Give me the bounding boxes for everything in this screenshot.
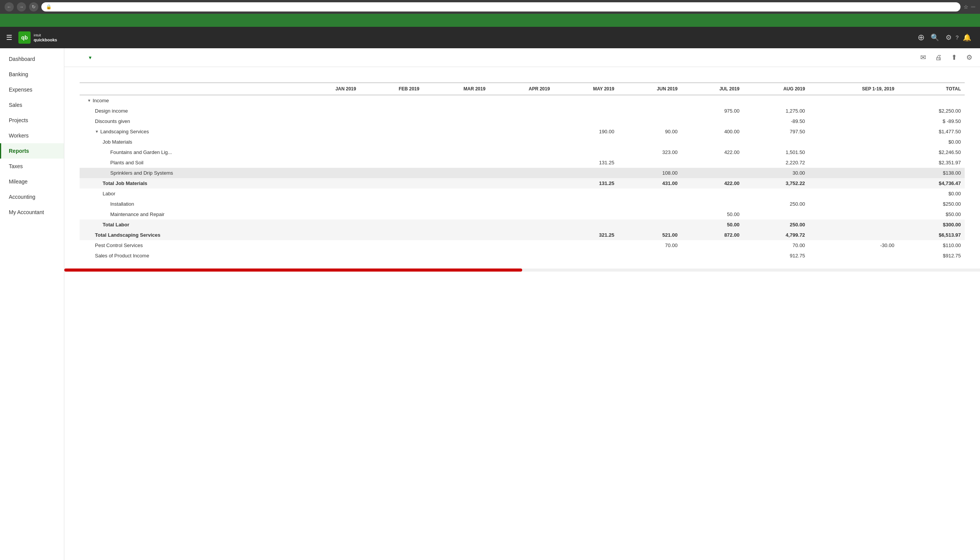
email-icon[interactable]: ✉ [920, 53, 926, 62]
help-button[interactable]: ? [955, 35, 960, 41]
sidebar-item-projects[interactable]: Projects [0, 113, 64, 128]
row-cell: 30.00 [743, 168, 809, 178]
row-cell [423, 220, 489, 230]
row-cell [360, 127, 423, 137]
sidebar-item-taxes[interactable]: Taxes [0, 158, 64, 174]
add-notes-button[interactable] [101, 56, 107, 59]
row-cell [809, 250, 898, 261]
row-cell [809, 106, 898, 116]
table-row: Installation250.00$250.00 [80, 199, 965, 209]
reload-button[interactable]: ↻ [29, 2, 38, 12]
collapse-button[interactable] [72, 56, 78, 59]
sidebar-item-dashboard[interactable]: Dashboard [0, 51, 64, 67]
export-icon[interactable]: ⬆ [951, 53, 957, 62]
sidebar-item-sales[interactable]: Sales [0, 97, 64, 113]
sidebar-item-workers[interactable]: Workers [0, 128, 64, 143]
sidebar-item-reports[interactable]: Reports [0, 143, 64, 158]
row-cell: 1,275.00 [743, 106, 809, 116]
print-icon[interactable]: 🖨 [935, 53, 942, 62]
row-cell: 250.00 [743, 220, 809, 230]
row-cell: 521.00 [618, 230, 681, 240]
row-cell [360, 209, 423, 220]
row-cell [297, 240, 360, 250]
row-cell [553, 95, 618, 106]
row-cell [618, 188, 681, 199]
sidebar-item-mileage[interactable]: Mileage [0, 174, 64, 189]
row-cell [681, 188, 743, 199]
row-cell [297, 116, 360, 127]
back-button[interactable]: ← [5, 2, 14, 12]
col-header-apr-2019: APR 2019 [489, 83, 553, 95]
sidebar-item-my-accountant[interactable]: My Accountant [0, 205, 64, 220]
row-cell [360, 95, 423, 106]
row-cell [297, 147, 360, 157]
sort-button[interactable]: ▾ [84, 53, 95, 62]
row-cell: 912.75 [743, 250, 809, 261]
row-cell [297, 178, 360, 188]
search-button[interactable]: 🔍 [928, 31, 942, 45]
row-cell [297, 168, 360, 178]
bookmark-icon[interactable]: ☆ [963, 4, 968, 10]
qb-logo-icon: qb [18, 32, 31, 44]
row-cell [809, 220, 898, 230]
settings-button[interactable]: ⚙ [942, 31, 955, 45]
row-label: Total Job Materials [80, 178, 297, 188]
row-cell: 975.00 [681, 106, 743, 116]
url-bar[interactable]: 🔒 [42, 2, 960, 12]
row-cell [423, 250, 489, 261]
top-nav: ☰ qb intuitquickbooks ⊕ 🔍 ⚙ ? 🔔 [0, 27, 980, 48]
row-cell [489, 157, 553, 168]
sidebar-item-banking[interactable]: Banking [0, 67, 64, 82]
scrollbar-thumb[interactable] [64, 268, 522, 272]
row-cell [809, 168, 898, 178]
table-settings-icon[interactable]: ⚙ [966, 53, 972, 62]
table-row: ▼Income [80, 95, 965, 106]
row-cell [809, 230, 898, 240]
horizontal-scrollbar[interactable] [64, 268, 980, 272]
row-cell [618, 199, 681, 209]
row-cell [489, 220, 553, 230]
row-cell [423, 240, 489, 250]
forward-button[interactable]: → [17, 2, 26, 12]
row-cell [809, 178, 898, 188]
collapse-arrow-icon[interactable]: ▼ [95, 130, 99, 134]
row-cell [743, 209, 809, 220]
main-content: ▾ ✉ 🖨 ⬆ ⚙ JAN 2019FEB 2019MAR 2019APR 20… [64, 48, 980, 560]
table-row: Discounts given-89.50$ -89.50 [80, 116, 965, 127]
report-container: JAN 2019FEB 2019MAR 2019APR 2019MAY 2019… [64, 67, 980, 268]
notifications-button[interactable]: 🔔 [960, 31, 974, 45]
row-cell [618, 137, 681, 147]
row-cell [743, 137, 809, 147]
subscribe-banner [0, 14, 980, 27]
row-label: Design income [80, 106, 297, 116]
qb-abbr: qb [21, 35, 28, 41]
row-cell [423, 168, 489, 178]
row-cell [489, 199, 553, 209]
col-header-feb-2019: FEB 2019 [360, 83, 423, 95]
table-row: Labor$0.00 [80, 188, 965, 199]
row-cell [489, 116, 553, 127]
row-cell [297, 95, 360, 106]
row-cell [423, 188, 489, 199]
row-cell [553, 209, 618, 220]
row-cell [553, 106, 618, 116]
row-cell: $4,736.47 [898, 178, 965, 188]
sidebar-item-accounting[interactable]: Accounting [0, 189, 64, 205]
row-cell [489, 188, 553, 199]
row-cell [360, 240, 423, 250]
row-cell: -89.50 [743, 116, 809, 127]
quickbooks-logo: qb intuitquickbooks [18, 32, 57, 44]
row-cell [618, 116, 681, 127]
add-button[interactable]: ⊕ [914, 31, 928, 45]
row-cell: $0.00 [898, 188, 965, 199]
collapse-arrow-icon[interactable]: ▼ [87, 98, 91, 103]
sidebar-item-expenses[interactable]: Expenses [0, 82, 64, 97]
row-cell [489, 95, 553, 106]
row-cell [423, 127, 489, 137]
hamburger-button[interactable]: ☰ [6, 33, 12, 42]
row-cell [297, 220, 360, 230]
row-cell: 422.00 [681, 147, 743, 157]
row-cell [360, 168, 423, 178]
row-cell [618, 157, 681, 168]
col-header-may-2019: MAY 2019 [553, 83, 618, 95]
